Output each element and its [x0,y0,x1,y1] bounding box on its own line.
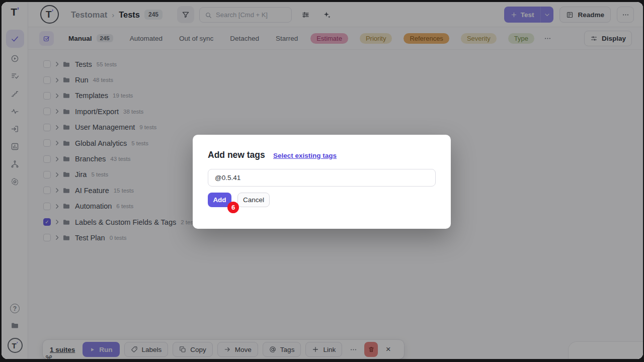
modal-title: Add new tags [208,150,265,160]
select-existing-tags-link[interactable]: Select existing tags [273,152,337,159]
tag-input[interactable] [208,169,436,187]
cancel-button[interactable]: Cancel [237,193,270,207]
tutorial-step-badge: 6 [227,202,239,213]
add-tags-modal: Add new tags Select existing tags Add Ca… [193,135,451,229]
